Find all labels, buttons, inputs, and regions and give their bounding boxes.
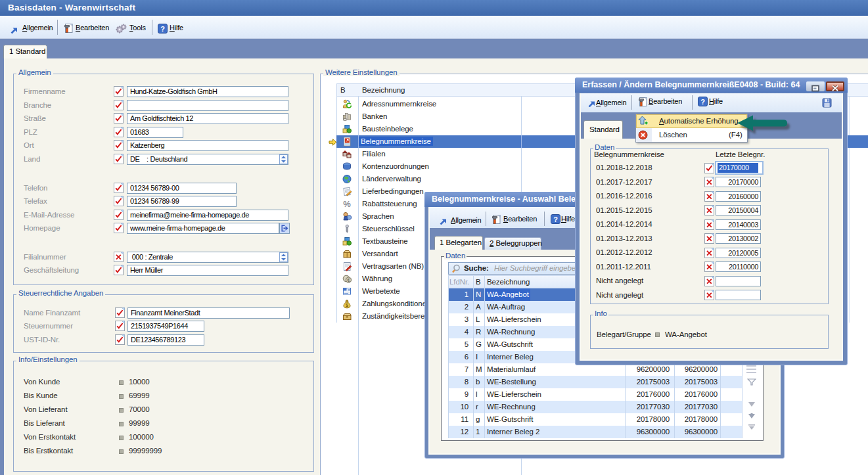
svg-text:€: € xyxy=(348,278,350,283)
svg-text:?: ? xyxy=(700,98,705,106)
svg-text:?: ? xyxy=(553,215,558,223)
svg-text:$: $ xyxy=(346,303,348,308)
svg-text:%: % xyxy=(343,199,351,209)
svg-text:?: ? xyxy=(160,25,165,33)
